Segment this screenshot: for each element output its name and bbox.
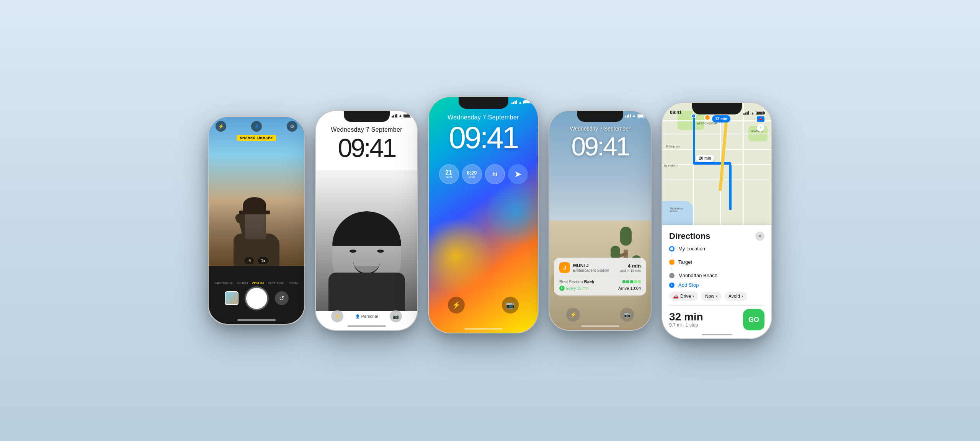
settings-button[interactable]: ⊙ <box>287 121 297 132</box>
drive-chevron: ▾ <box>693 294 694 298</box>
battery-icon <box>403 114 411 118</box>
phone-color-lockscreen: ▲ Wednesday 7 September 09:41 21 14 24 8… <box>429 97 538 333</box>
drive-label: Drive <box>680 294 691 299</box>
camera-top-bar: ⚡ 👤 ⊙ <box>209 121 304 132</box>
status-icons: ▲ <box>625 113 645 118</box>
directions-summary: 32 min 9.7 mi · 1 stop GO <box>669 309 764 330</box>
home-indicator <box>702 334 732 335</box>
directions-stops: My Location Target Manhattan Beach + A <box>669 246 764 288</box>
stop-target[interactable]: Target <box>669 259 764 265</box>
lock-time: 09:41 <box>429 122 538 153</box>
car-drive-icon: 🚗 <box>673 294 679 299</box>
drive-option[interactable]: 🚗 Drive ▾ <box>669 292 698 301</box>
camera-shutter-row: ↺ <box>209 288 304 309</box>
widget-weather: hi <box>485 164 505 184</box>
status-bar: 09:41 ▲ <box>662 103 771 118</box>
label-segundo: El Segundo <box>666 145 680 148</box>
camera-button[interactable]: 📷 <box>502 297 519 314</box>
close-button[interactable]: ✕ <box>755 232 764 241</box>
blue-route-v <box>693 114 695 164</box>
mode-pano[interactable]: PANO <box>289 281 299 285</box>
mode-photo[interactable]: PHOTO <box>252 281 264 285</box>
home-indicator <box>464 328 503 330</box>
lock-date: Wednesday 7 September <box>316 126 417 133</box>
flip-camera-button[interactable]: ↺ <box>275 291 289 305</box>
status-bar: ▲ <box>549 113 651 118</box>
shutter-button[interactable] <box>246 288 267 309</box>
road-v3 <box>743 103 744 240</box>
lock-time: 09:41 <box>316 135 417 161</box>
camera-button[interactable]: 📷 <box>620 308 634 322</box>
blue-route-h <box>693 162 731 165</box>
phone3-bottom-row: ⚡ 📷 <box>429 297 538 314</box>
add-stop-label: Add Stop <box>678 282 699 288</box>
notif-time: 4 min <box>620 263 641 269</box>
notif-frequency-row: ↻ Every 15 min Arrive 10:04 <box>559 286 641 291</box>
road-h3 <box>662 149 771 150</box>
live-photo-button[interactable]: 👤 <box>251 121 262 132</box>
mode-cinematic[interactable]: CINEMATIC <box>215 281 234 285</box>
time-info: 32 min 9.7 mi · 1 stop <box>669 312 703 328</box>
widget-arrow[interactable]: ➤ <box>508 164 528 184</box>
camera-button[interactable]: 📷 <box>390 310 402 322</box>
lock-date: Wednesday 7 September <box>549 126 651 132</box>
phone-camera: ⚡ 👤 ⊙ SHARED LIBRARY .5 1x <box>209 117 304 324</box>
widget-timer: 8:29 19:29 <box>462 164 482 184</box>
avoid-label: Avoid <box>728 294 740 299</box>
transit-notification[interactable]: J MUNI J Embarcadero Station 4 min and i… <box>554 258 646 296</box>
lock-time: 09:41 <box>549 133 651 159</box>
manhattan-icon <box>669 273 675 278</box>
status-bar: ▲ <box>392 113 411 118</box>
signal-icon <box>511 100 517 104</box>
home-indicator <box>348 325 386 327</box>
stop-text-manhattan: Manhattan Beach <box>678 273 717 278</box>
signal-icon <box>625 114 631 118</box>
phone-bw-lockscreen: ▲ Wednesday 7 September 09:41 <box>316 111 417 330</box>
battery-icon <box>756 111 764 115</box>
target-icon <box>669 260 675 265</box>
frequency-icon: ↻ <box>559 286 565 291</box>
mode-video[interactable]: VIDEO <box>237 281 248 285</box>
label-manhattan: ManhattanBeach <box>670 207 683 212</box>
road-h2 <box>662 134 771 134</box>
home-indicator <box>581 325 619 327</box>
flashlight-button[interactable]: ⚡ <box>566 308 580 322</box>
shared-library-badge: SHARED LIBRARY <box>237 135 276 141</box>
go-button[interactable]: GO <box>743 309 764 330</box>
battery-icon <box>637 114 645 118</box>
now-option[interactable]: Now ▾ <box>701 292 722 301</box>
stop-manhattan-beach[interactable]: Manhattan Beach <box>669 273 764 278</box>
status-icons: ▲ <box>392 113 411 118</box>
flashlight-button[interactable]: ⚡ <box>331 310 343 322</box>
notif-time2: and in 19 min <box>620 269 641 273</box>
flashlight-button[interactable]: ⚡ <box>448 297 465 314</box>
notif-section-row: Best Section Back <box>559 279 641 284</box>
status-bar: ▲ <box>429 100 538 105</box>
home-indicator <box>237 319 276 321</box>
road-h5 <box>662 180 771 180</box>
flash-button[interactable]: ⚡ <box>216 121 226 132</box>
total-distance: 9.7 mi · 1 stop <box>669 322 703 328</box>
stop-my-location[interactable]: My Location <box>669 246 764 252</box>
directions-options: 🚗 Drive ▾ Now ▾ Avoid ▾ <box>669 292 764 301</box>
phones-container: ⚡ 👤 ⊙ SHARED LIBRARY .5 1x <box>178 80 802 361</box>
phone-nature-lockscreen: ▲ Wednesday 7 September 09:41 J MUNI J E… <box>549 111 651 330</box>
transit-icon: J <box>559 262 570 273</box>
compass-icon[interactable]: ↑ <box>757 124 764 132</box>
phone4-bottom-row: ⚡ 📷 <box>549 308 651 322</box>
signal-icon <box>392 114 397 118</box>
last-photo-thumbnail[interactable] <box>225 291 238 305</box>
label-westchester: WESTCHESTER <box>697 122 717 125</box>
phone4-screen: ▲ Wednesday 7 September 09:41 J MUNI J E… <box>549 111 651 330</box>
avoid-option[interactable]: Avoid ▾ <box>725 292 747 301</box>
notif-title: MUNI J <box>573 263 609 268</box>
stop-text-my-location: My Location <box>678 246 705 252</box>
add-stop-button[interactable]: + Add Stop <box>669 282 764 288</box>
stop-text-target: Target <box>678 259 692 265</box>
map-view[interactable]: WESTCHESTER Hawthorne El Segundo EL PORT… <box>662 103 771 240</box>
now-label: Now <box>705 294 714 299</box>
mode-portrait[interactable]: PORTRAIT <box>268 281 285 285</box>
lock-date: Wednesday 7 September <box>429 114 538 121</box>
blue-route-v2 <box>729 164 732 210</box>
directions-title: Directions <box>669 231 710 241</box>
